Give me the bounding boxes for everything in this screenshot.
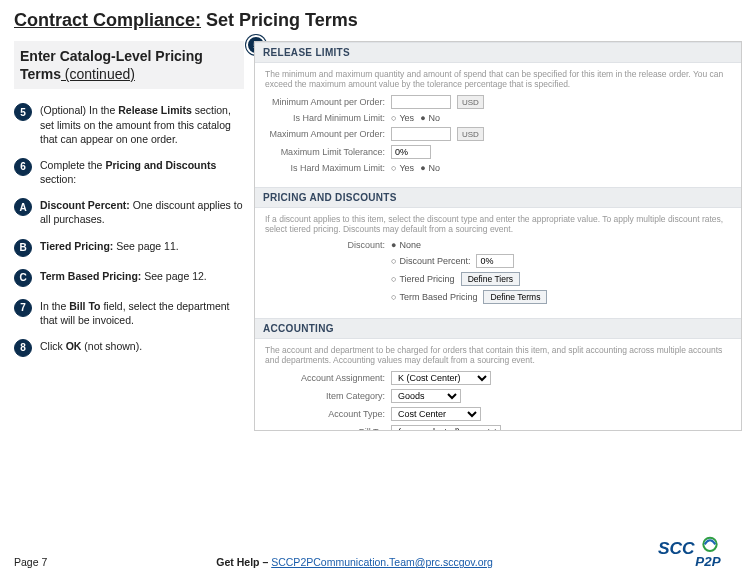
section-pricing-discounts: PRICING AND DISCOUNTS [255,187,741,208]
section-heading: Enter Catalog-Level Pricing Terms (conti… [14,41,244,89]
step-bullet: A [14,198,32,216]
screenshot-region: RELEASE LIMITS The minimum and maximum q… [254,41,742,431]
svg-text:P2P: P2P [695,554,720,569]
t: Discount Percent: [399,256,470,266]
step-6: 6 Complete the Pricing and Discounts sec… [14,158,244,186]
step-list: 5 (Optional) In the Release Limits secti… [14,103,244,357]
title-main: Contract Compliance: [14,10,201,30]
pricing-blurb: If a discount applies to this item, sele… [265,214,731,234]
t: Pricing and Discounts [105,159,216,171]
t: Bill To [69,300,100,312]
max-amount-input[interactable] [391,127,451,141]
t: Get Help – [216,556,271,568]
currency-unit: USD [457,95,484,109]
define-tiers-button[interactable]: Define Tiers [461,272,520,286]
hard-max-label: Is Hard Maximum Limit: [265,163,385,173]
account-assignment-select[interactable]: K (Cost Center) [391,371,491,385]
account-type-label: Account Type: [265,409,385,419]
item-category-label: Item Category: [265,391,385,401]
t: See page 11. [113,240,178,252]
term-based-pricing[interactable]: ○ Term Based Pricing [391,292,477,302]
hard-max-yes[interactable]: ○ Yes [391,163,414,173]
section-release-limits: RELEASE LIMITS [255,42,741,63]
scc-p2p-logo: SCC P2P [658,530,738,572]
hard-min-yes[interactable]: ○ Yes [391,113,414,123]
t: OK [66,340,82,352]
step-8: 8 Click OK (not shown). [14,339,244,357]
item-category-select[interactable]: Goods [391,389,461,403]
t: (not shown). [81,340,142,352]
step-bullet: 7 [14,299,32,317]
t: Tiered Pricing: [40,240,113,252]
left-panel: Enter Catalog-Level Pricing Terms (conti… [14,41,244,431]
currency-unit: USD [457,127,484,141]
tolerance-label: Maximum Limit Tolerance: [265,147,385,157]
step-7: 7 In the Bill To field, select the depar… [14,299,244,327]
step-C: C Term Based Pricing: See page 12. [14,269,244,287]
t: Yes [399,113,414,123]
footer: Page 7 Get Help – SCCP2PCommunication.Te… [14,556,742,568]
t: Term Based Pricing [399,292,477,302]
help-text: Get Help – SCCP2PCommunication.Team@prc.… [47,556,662,568]
discount-label: Discount: [265,240,385,250]
bill-to-label: Bill To: [265,427,385,431]
accounting-blurb: The account and department to be charged… [265,345,731,365]
max-amount-label: Maximum Amount per Order: [265,129,385,139]
title-sub: Set Pricing Terms [201,10,358,30]
t: No [429,163,441,173]
t: In the [40,300,69,312]
step-B: B Tiered Pricing: See page 11. [14,239,244,257]
subhead-continued: (continued) [61,66,135,82]
discount-percent[interactable]: ○ Discount Percent: [391,256,470,266]
t: None [399,240,421,250]
right-panel: 5 6 6a 6b 6c 7 RELEASE LIMITS The minimu… [254,41,742,431]
hard-max-no[interactable]: ● No [420,163,440,173]
discount-percent-input[interactable] [476,254,514,268]
min-amount-label: Minimum Amount per Order: [265,97,385,107]
step-bullet: 6 [14,158,32,176]
page-number: Page 7 [14,556,47,568]
t: No [429,113,441,123]
step-bullet: 5 [14,103,32,121]
t: Yes [399,163,414,173]
tiered-pricing[interactable]: ○ Tiered Pricing [391,274,455,284]
release-limits-blurb: The minimum and maximum quantity and amo… [265,69,731,89]
step-bullet: B [14,239,32,257]
account-assignment-label: Account Assignment: [265,373,385,383]
t: Release Limits [118,104,192,116]
hard-min-no[interactable]: ● No [420,113,440,123]
t: Complete the [40,159,105,171]
bill-to-select[interactable]: (none selected) [391,425,501,431]
account-type-select[interactable]: Cost Center [391,407,481,421]
t: Discount Percent: [40,199,130,211]
svg-text:SCC: SCC [658,538,695,558]
help-email-link[interactable]: SCCP2PCommunication.Team@prc.sccgov.org [271,556,493,568]
t: Tiered Pricing [399,274,454,284]
discount-none[interactable]: ● None [391,240,421,250]
t: (Optional) In the [40,104,118,116]
min-amount-input[interactable] [391,95,451,109]
step-5: 5 (Optional) In the Release Limits secti… [14,103,244,146]
step-bullet: 8 [14,339,32,357]
tolerance-input[interactable] [391,145,431,159]
page-title: Contract Compliance: Set Pricing Terms [14,10,742,31]
t: Term Based Pricing: [40,270,141,282]
define-terms-button[interactable]: Define Terms [483,290,547,304]
section-accounting: ACCOUNTING [255,318,741,339]
t: section: [40,173,76,185]
step-bullet: C [14,269,32,287]
t: Click [40,340,66,352]
hard-min-label: Is Hard Minimum Limit: [265,113,385,123]
step-A: A Discount Percent: One discount applies… [14,198,244,226]
t: See page 12. [141,270,206,282]
